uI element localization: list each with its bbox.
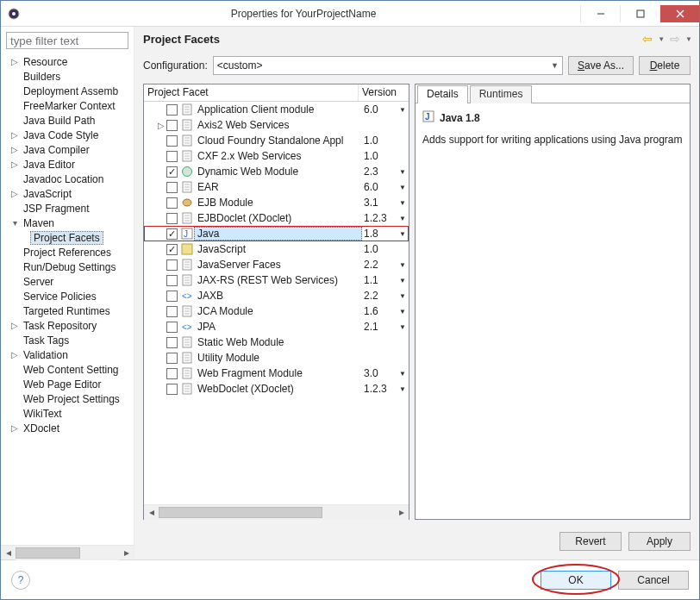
sidebar-item[interactable]: ▷Java Code Style (4, 128, 134, 142)
version-dropdown-icon[interactable]: ▼ (397, 370, 409, 378)
facet-checkbox[interactable] (166, 368, 178, 379)
facet-row[interactable]: JavaServer Faces2.2▼ (144, 257, 409, 272)
facet-checkbox[interactable] (166, 182, 178, 193)
facet-row[interactable]: Utility Module (144, 350, 409, 366)
scroll-right-icon[interactable]: ▸ (119, 546, 134, 560)
sidebar-item[interactable]: ▷XDoclet (4, 421, 134, 435)
sidebar-item[interactable]: ▷Java Compiler (4, 142, 134, 157)
apply-button[interactable]: Apply (628, 532, 691, 551)
sidebar-item[interactable]: ▷JavaScript (4, 186, 134, 201)
version-dropdown-icon[interactable]: ▼ (397, 277, 409, 284)
facet-checkbox[interactable] (166, 259, 178, 271)
facet-checkbox[interactable] (166, 166, 178, 178)
facet-hscroll[interactable]: ◂ ▸ (144, 504, 409, 519)
sidebar-item[interactable]: Java Build Path (4, 113, 134, 128)
back-menu-icon[interactable]: ▼ (658, 35, 665, 43)
facet-checkbox[interactable] (166, 151, 178, 162)
facet-checkbox[interactable] (166, 104, 178, 116)
facet-checkbox[interactable] (166, 322, 178, 333)
maximize-button[interactable] (620, 5, 659, 22)
facet-checkbox[interactable] (166, 197, 178, 209)
facet-row[interactable]: JJava1.8▼ (144, 226, 409, 241)
sidebar-item[interactable]: ▾Maven (4, 216, 134, 230)
facet-checkbox[interactable] (166, 291, 178, 302)
ok-button[interactable]: OK (541, 571, 611, 590)
sidebar-item[interactable]: Web Content Setting (4, 362, 134, 377)
facet-checkbox[interactable] (166, 213, 178, 224)
sidebar-item[interactable]: JSP Fragment (4, 201, 134, 216)
facet-row[interactable]: JAX-RS (REST Web Services)1.1▼ (144, 272, 409, 288)
version-dropdown-icon[interactable]: ▼ (397, 292, 409, 300)
back-icon[interactable]: ⇦ (642, 32, 653, 46)
chevron-right-icon[interactable]: ▷ (9, 350, 20, 359)
category-tree[interactable]: ▷ResourceBuildersDeployment AssembFreeMa… (1, 54, 134, 545)
forward-menu-icon[interactable]: ▼ (685, 35, 692, 43)
sidebar-item[interactable]: Service Policies (4, 289, 134, 303)
facet-checkbox[interactable] (166, 135, 178, 147)
sidebar-item[interactable]: Javadoc Location (4, 172, 134, 186)
sidebar-item[interactable]: ▷Java Editor (4, 157, 134, 172)
sidebar-item[interactable]: Web Page Editor (4, 377, 134, 391)
sidebar-hscroll[interactable]: ◂ ▸ (1, 545, 134, 559)
cancel-button[interactable]: Cancel (618, 571, 689, 590)
chevron-right-icon[interactable]: ▷ (9, 423, 20, 433)
minimize-button[interactable] (580, 5, 620, 22)
facet-checkbox[interactable] (166, 306, 178, 317)
facet-checkbox[interactable] (166, 228, 178, 240)
facet-row[interactable]: JavaScript1.0 (144, 241, 409, 257)
sidebar-item[interactable]: Targeted Runtimes (4, 303, 134, 318)
version-dropdown-icon[interactable]: ▼ (397, 385, 409, 393)
help-icon[interactable]: ? (11, 571, 30, 590)
sidebar-item[interactable]: FreeMarker Context (4, 98, 134, 113)
version-dropdown-icon[interactable]: ▼ (397, 308, 409, 316)
save-as-button[interactable]: Save As... (568, 56, 634, 75)
chevron-down-icon[interactable]: ▾ (9, 218, 20, 228)
col-version[interactable]: Version (359, 84, 409, 101)
scroll-thumb[interactable] (159, 507, 322, 518)
facet-row[interactable]: <>JAXB2.2▼ (144, 288, 409, 303)
facet-row[interactable]: Dynamic Web Module2.3▼ (144, 164, 409, 179)
facet-row[interactable]: Application Client module6.0▼ (144, 102, 409, 117)
filter-input[interactable] (6, 32, 128, 49)
version-dropdown-icon[interactable]: ▼ (397, 168, 409, 176)
version-dropdown-icon[interactable]: ▼ (397, 261, 409, 269)
facet-row[interactable]: EJBDoclet (XDoclet)1.2.3▼ (144, 210, 409, 226)
scroll-thumb[interactable] (16, 547, 80, 559)
version-dropdown-icon[interactable]: ▼ (397, 199, 409, 207)
facet-list[interactable]: Application Client module6.0▼▷Axis2 Web … (144, 102, 409, 504)
config-combo[interactable]: <custom> ▼ (213, 56, 563, 75)
close-button[interactable] (659, 5, 699, 22)
scroll-left-icon[interactable]: ◂ (144, 505, 159, 520)
chevron-right-icon[interactable]: ▷ (9, 145, 20, 154)
version-dropdown-icon[interactable]: ▼ (397, 215, 409, 222)
facet-row[interactable]: WebDoclet (XDoclet)1.2.3▼ (144, 381, 409, 397)
sidebar-item[interactable]: Server (4, 274, 134, 289)
revert-button[interactable]: Revert (559, 532, 622, 551)
chevron-right-icon[interactable]: ▷ (156, 121, 166, 130)
version-dropdown-icon[interactable]: ▼ (397, 230, 409, 238)
scroll-left-icon[interactable]: ◂ (1, 546, 16, 560)
sidebar-item[interactable]: ▷Resource (4, 54, 134, 69)
facet-row[interactable]: EAR6.0▼ (144, 179, 409, 195)
sidebar-item[interactable]: ▷Validation (4, 347, 134, 362)
col-facet[interactable]: Project Facet (144, 84, 359, 101)
sidebar-item[interactable]: WikiText (4, 406, 134, 421)
chevron-right-icon[interactable]: ▷ (9, 159, 20, 169)
facet-checkbox[interactable] (166, 120, 178, 131)
sidebar-item[interactable]: Web Project Settings (4, 391, 134, 406)
facet-row[interactable]: CXF 2.x Web Services1.0 (144, 148, 409, 164)
facet-row[interactable]: ▷Axis2 Web Services (144, 117, 409, 133)
scroll-right-icon[interactable]: ▸ (394, 505, 409, 520)
version-dropdown-icon[interactable]: ▼ (397, 184, 409, 191)
facet-row[interactable]: EJB Module3.1▼ (144, 195, 409, 210)
facet-row[interactable]: <>JPA2.1▼ (144, 319, 409, 334)
chevron-right-icon[interactable]: ▷ (9, 189, 20, 198)
sidebar-item[interactable]: Deployment Assemb (4, 84, 134, 98)
facet-checkbox[interactable] (166, 384, 178, 395)
chevron-right-icon[interactable]: ▷ (9, 321, 20, 330)
sidebar-item[interactable]: Project Facets (4, 230, 134, 245)
tab-details[interactable]: Details (417, 85, 468, 103)
version-dropdown-icon[interactable]: ▼ (397, 106, 409, 114)
facet-checkbox[interactable] (166, 353, 178, 364)
facet-row[interactable]: Cloud Foundry Standalone Appl1.0 (144, 133, 409, 148)
